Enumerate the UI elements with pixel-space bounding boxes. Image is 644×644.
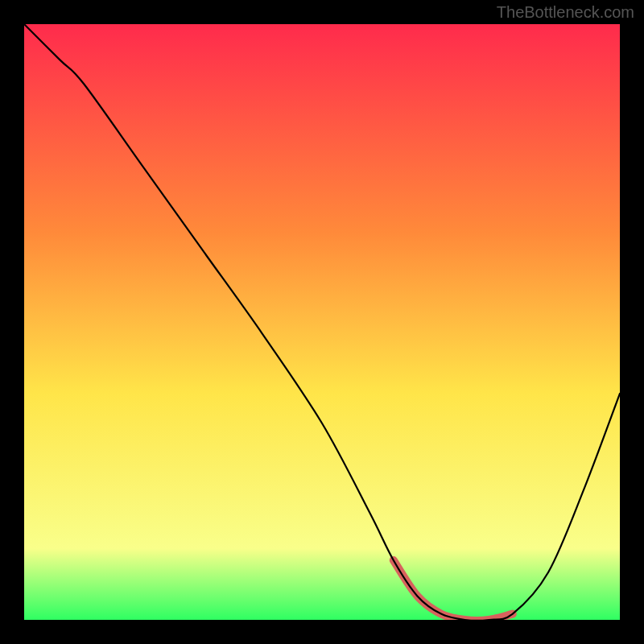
watermark-text: TheBottleneck.com: [497, 3, 634, 22]
chart-frame: [24, 24, 620, 620]
bottleneck-chart: [24, 24, 620, 620]
gradient-background: [24, 24, 620, 620]
